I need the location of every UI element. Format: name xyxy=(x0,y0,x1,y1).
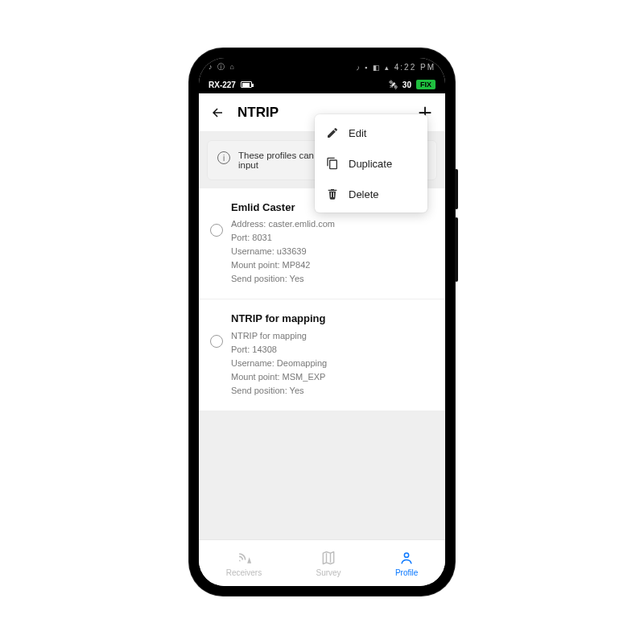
svg-point-0 xyxy=(404,553,408,557)
profile-detail: Address: caster.emlid.com xyxy=(231,217,335,231)
satellite-icon: 🛰 xyxy=(389,80,398,89)
system-icons: ⊙ ▪ ◧ ▴ xyxy=(353,64,391,72)
profile-body: NTRIP for mapping NTRIP for mapping Port… xyxy=(231,311,327,397)
status-left-icons: ♪ ⓘ ⌂ xyxy=(208,62,236,72)
satellite-count: 30 xyxy=(402,80,411,89)
profile-detail: Username: u33639 xyxy=(231,245,335,258)
context-menu-label: Delete xyxy=(349,188,379,200)
profile-title: NTRIP for mapping xyxy=(231,311,327,327)
radio-select[interactable] xyxy=(210,335,223,348)
profile-detail: Port: 14308 xyxy=(231,343,327,357)
phone-notch xyxy=(286,58,358,76)
nav-label: Survey xyxy=(316,568,341,577)
info-icon: i xyxy=(217,151,230,164)
copy-icon xyxy=(326,157,339,170)
context-menu-label: Duplicate xyxy=(349,158,392,170)
radio-select[interactable] xyxy=(210,224,223,237)
profile-item[interactable]: NTRIP for mapping NTRIP for mapping Port… xyxy=(199,299,445,411)
phone-side-button xyxy=(455,169,458,209)
context-menu-delete[interactable]: Delete xyxy=(315,179,427,209)
screen: ♪ ⓘ ⌂ ⊙ ▪ ◧ ▴ 4:22 PM RX-227 🛰 30 FIX N xyxy=(199,58,445,586)
context-menu-duplicate[interactable]: Duplicate xyxy=(315,148,427,179)
bottom-nav: Receivers Survey Profile xyxy=(199,539,445,586)
clock: 4:22 PM xyxy=(394,63,436,72)
arrow-left-icon xyxy=(210,105,225,121)
app-statusbar: RX-227 🛰 30 FIX xyxy=(199,76,445,93)
battery-icon xyxy=(241,81,252,88)
context-menu-label: Edit xyxy=(349,132,366,139)
profile-detail: Port: 8031 xyxy=(231,231,335,245)
nav-label: Profile xyxy=(395,568,418,577)
trash-icon xyxy=(326,188,339,200)
profiles-list: Emlid Caster Address: caster.emlid.com P… xyxy=(199,188,445,411)
back-button[interactable] xyxy=(210,105,225,120)
phone-frame: ♪ ⓘ ⌂ ⊙ ▪ ◧ ▴ 4:22 PM RX-227 🛰 30 FIX N xyxy=(189,48,455,596)
profile-detail: Mount point: MP842 xyxy=(231,258,335,272)
context-menu: Edit Duplicate Delete xyxy=(315,132,427,213)
nav-survey[interactable]: Survey xyxy=(316,550,341,577)
profile-body: Emlid Caster Address: caster.emlid.com P… xyxy=(231,200,335,286)
antenna-icon xyxy=(236,550,252,566)
profile-detail: Username: Deomapping xyxy=(231,357,327,370)
fix-status-badge: FIX xyxy=(416,80,436,89)
map-icon xyxy=(320,550,336,566)
phone-side-button xyxy=(455,217,458,282)
nav-label: Receivers xyxy=(226,568,262,577)
pencil-icon xyxy=(326,132,339,139)
content-area: i These profiles can be used only for co… xyxy=(199,132,445,539)
user-icon xyxy=(398,550,415,566)
device-name: RX-227 xyxy=(208,80,236,89)
context-menu-edit[interactable]: Edit xyxy=(315,132,427,148)
profile-detail: Send position: Yes xyxy=(231,272,335,286)
profile-detail: Send position: Yes xyxy=(231,384,327,398)
status-right-group: ⊙ ▪ ◧ ▴ 4:22 PM xyxy=(353,63,436,72)
nav-profile[interactable]: Profile xyxy=(395,550,418,577)
nav-receivers[interactable]: Receivers xyxy=(226,550,262,577)
profile-detail: Mount point: MSM_EXP xyxy=(231,370,327,384)
profile-detail: NTRIP for mapping xyxy=(231,329,327,343)
